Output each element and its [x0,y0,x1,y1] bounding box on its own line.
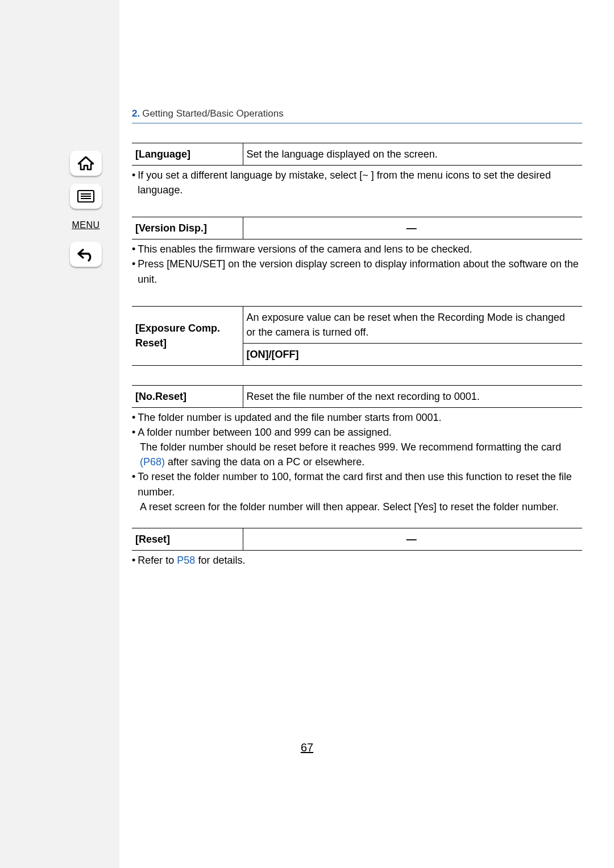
setting-desc: — [243,217,582,239]
note-text: Refer to P58 for details. [138,553,582,568]
note-text: If you set a different language by mista… [138,168,582,197]
sidebar: MENU [0,0,119,868]
setting-name: [Version Disp.] [132,217,243,239]
table-exposure: [Exposure Comp. Reset] An exposure value… [132,306,582,366]
note-text: A reset screen for the folder number wil… [132,499,582,514]
link-p58[interactable]: P58 [177,555,195,566]
notes-noreset: •The folder number is updated and the fi… [132,410,582,514]
breadcrumb-title: Getting Started/Basic Operations [142,108,284,119]
notes-reset: •Refer to P58 for details. [132,553,582,568]
note-text: A folder number between 100 and 999 can … [138,425,582,440]
sidebar-icons: MENU [61,151,110,267]
link-p68[interactable]: (P68) [140,456,165,468]
note-text: The folder number should be reset before… [132,440,582,469]
setting-desc: An exposure value can be reset when the … [243,306,582,343]
table-language: [Language] Set the language displayed on… [132,143,582,166]
setting-name: [Exposure Comp. Reset] [132,306,243,365]
table-row: [No.Reset] Reset the file number of the … [132,385,582,407]
page-content: 2.Getting Started/Basic Operations [Lang… [119,0,614,568]
section-language: [Language] Set the language displayed on… [132,143,582,197]
note-text: To reset the folder number to 100, forma… [138,469,582,499]
note-text: The folder number is updated and the fil… [138,410,582,425]
back-icon[interactable] [70,242,102,267]
contents-icon[interactable] [70,184,102,209]
section-version: [Version Disp.] — •This enables the firm… [132,217,582,286]
setting-desc: Set the language displayed on the screen… [243,143,582,166]
table-noreset: [No.Reset] Reset the file number of the … [132,385,582,408]
table-row: [Reset] — [132,528,582,550]
setting-options: [ON]/[OFF] [243,343,582,365]
breadcrumb: 2.Getting Started/Basic Operations [132,108,582,123]
setting-name: [Language] [132,143,243,166]
note-text: Press [MENU/SET] on the version display … [138,257,582,286]
table-row: [Language] Set the language displayed on… [132,143,582,166]
note-text: This enables the firmware versions of th… [138,242,582,257]
breadcrumb-number: 2. [132,108,140,119]
setting-name: [No.Reset] [132,385,243,407]
table-reset: [Reset] — [132,528,582,551]
table-version: [Version Disp.] — [132,217,582,239]
menu-button[interactable]: MENU [72,217,99,234]
setting-name: [Reset] [132,528,243,550]
setting-desc: — [243,528,582,550]
section-noreset: [No.Reset] Reset the file number of the … [132,385,582,514]
page-number: 67 [0,741,614,754]
home-icon[interactable] [70,151,102,176]
table-row: [Exposure Comp. Reset] An exposure value… [132,306,582,343]
section-exposure: [Exposure Comp. Reset] An exposure value… [132,306,582,366]
table-row: [Version Disp.] — [132,217,582,239]
setting-desc: Reset the file number of the next record… [243,385,582,407]
notes-version: •This enables the firmware versions of t… [132,242,582,286]
section-reset: [Reset] — •Refer to P58 for details. [132,528,582,568]
notes-language: •If you set a different language by mist… [132,168,582,197]
